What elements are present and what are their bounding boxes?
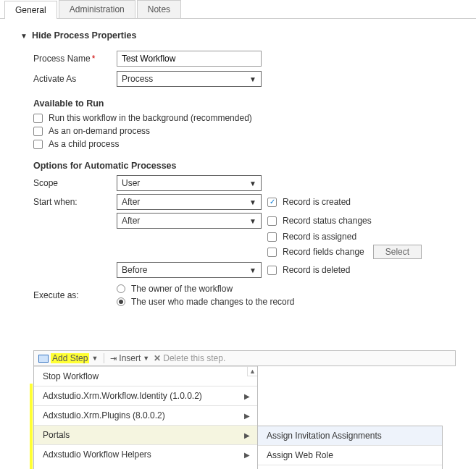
- start-when-label: Start when:: [33, 197, 117, 207]
- record-created-checkbox[interactable]: [267, 198, 277, 207]
- on-demand-checkbox[interactable]: [33, 127, 43, 136]
- record-created-label: Record is created: [283, 197, 351, 207]
- select-fields-button[interactable]: Select: [373, 245, 422, 259]
- chevron-down-icon: ▼: [143, 355, 149, 362]
- submenu-arrow-icon: ▶: [244, 431, 250, 439]
- collapse-icon: ▼: [20, 32, 28, 40]
- menu-item-identity[interactable]: Adxstudio.Xrm.Workflow.Identity (1.0.0.2…: [34, 386, 257, 405]
- execute-as-user-label: The user who made changes to the record: [131, 297, 294, 307]
- process-name-label: Process Name*: [33, 54, 117, 64]
- tab-notes[interactable]: Notes: [137, 0, 181, 18]
- execute-as-label: Execute as:: [33, 290, 117, 300]
- execute-as-owner-label: The owner of the workflow: [131, 284, 233, 294]
- add-step-button[interactable]: Add Step ▼: [38, 353, 98, 363]
- insert-button[interactable]: ⇥ Insert ▼: [110, 353, 149, 363]
- menu-item-workflow-helpers[interactable]: Adxstudio Workflow Helpers ▶: [34, 444, 257, 464]
- portals-submenu: Assign Invitation Assignments Assign Web…: [258, 426, 443, 469]
- submenu-assign-web-role[interactable]: Assign Web Role: [258, 445, 442, 465]
- collapse-label: Hide Process Properties: [32, 30, 137, 41]
- delete-step-button[interactable]: ✕ Delete this step.: [154, 353, 225, 363]
- activate-as-select[interactable]: Process ▼: [117, 71, 262, 87]
- tab-administration[interactable]: Administration: [59, 0, 135, 18]
- execute-as-owner-radio[interactable]: [117, 284, 125, 293]
- available-to-run-header: Available to Run: [33, 98, 462, 109]
- record-status-checkbox[interactable]: [267, 216, 277, 226]
- record-fields-label: Record fields change: [283, 247, 364, 257]
- submenu-arrow-icon: ▶: [244, 392, 250, 400]
- run-background-label: Run this workflow in the background (rec…: [49, 113, 252, 123]
- menu-item-plugins[interactable]: Adxstudio.Xrm.Plugins (8.0.0.2) ▶: [34, 405, 257, 425]
- tab-general[interactable]: General: [4, 1, 57, 19]
- record-deleted-label: Record is deleted: [283, 265, 350, 275]
- insert-icon: ⇥: [110, 354, 117, 363]
- start-when-before-select[interactable]: Before ▼: [117, 262, 262, 278]
- delete-icon: ✕: [154, 353, 161, 363]
- chevron-down-icon: ▼: [249, 266, 256, 274]
- hide-properties-toggle[interactable]: ▼ Hide Process Properties: [20, 30, 462, 41]
- scope-select[interactable]: User ▼: [117, 175, 262, 191]
- record-deleted-checkbox[interactable]: [267, 266, 277, 275]
- scope-label: Scope: [33, 178, 117, 188]
- child-process-label: As a child process: [49, 139, 119, 149]
- start-when-after-select-2[interactable]: After ▼: [117, 213, 262, 229]
- child-process-checkbox[interactable]: [33, 140, 43, 149]
- process-name-input[interactable]: [117, 51, 262, 67]
- chevron-down-icon: ▼: [249, 75, 256, 83]
- run-background-checkbox[interactable]: [33, 114, 43, 123]
- menu-item-portals[interactable]: Portals ▶: [34, 425, 257, 444]
- submenu-associate-web-role[interactable]: Associate Web Role: [258, 465, 442, 469]
- submenu-assign-invitation[interactable]: Assign Invitation Assignments: [258, 426, 442, 445]
- chevron-down-icon: ▼: [249, 179, 256, 187]
- chevron-down-icon: ▼: [249, 217, 256, 225]
- scroll-up-icon[interactable]: ▲: [247, 366, 257, 376]
- add-step-icon: [38, 355, 49, 363]
- toolbar-separator: [104, 353, 104, 363]
- record-assigned-label: Record is assigned: [283, 232, 356, 242]
- highlight-bar: [30, 384, 33, 469]
- execute-as-user-radio[interactable]: [117, 297, 125, 306]
- record-assigned-checkbox[interactable]: [267, 232, 277, 242]
- chevron-down-icon: ▼: [91, 355, 98, 362]
- automatic-options-header: Options for Automatic Processes: [33, 161, 462, 171]
- start-when-after-select-1[interactable]: After ▼: [117, 194, 262, 210]
- record-status-label: Record status changes: [283, 216, 372, 226]
- submenu-arrow-icon: ▶: [244, 451, 250, 459]
- activate-as-label: Activate As: [33, 74, 117, 84]
- submenu-arrow-icon: ▶: [244, 412, 250, 420]
- menu-item-stop-workflow[interactable]: Stop Workflow: [34, 366, 257, 386]
- record-fields-checkbox[interactable]: [267, 248, 277, 257]
- chevron-down-icon: ▼: [249, 198, 256, 206]
- add-step-menu: ▲ Stop Workflow Adxstudio.Xrm.Workflow.I…: [33, 366, 258, 469]
- on-demand-label: As an on-demand process: [49, 126, 150, 136]
